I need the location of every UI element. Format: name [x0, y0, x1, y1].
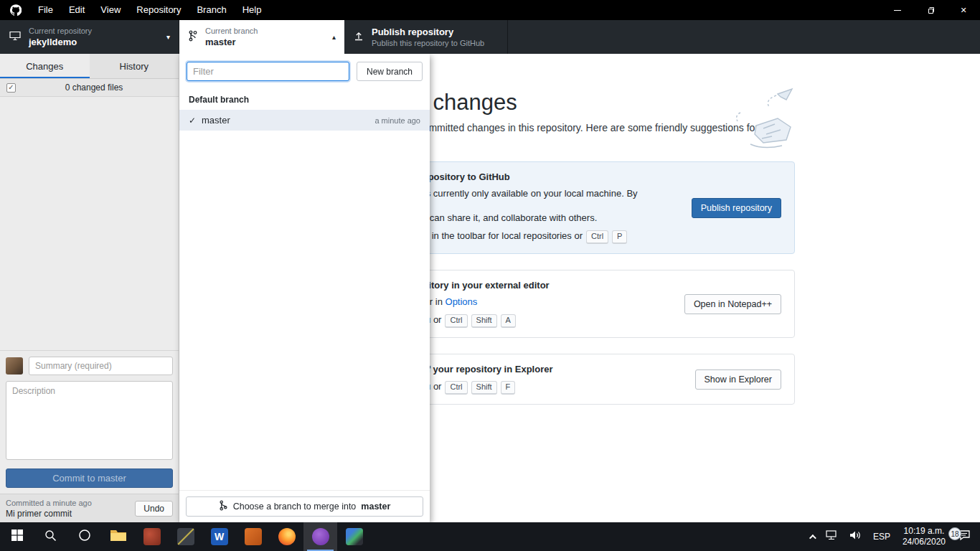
commit-description-textarea[interactable] — [6, 381, 173, 460]
menu-help[interactable]: Help — [235, 0, 270, 20]
tab-changes[interactable]: Changes — [0, 54, 90, 78]
check-icon: ✓ — [189, 116, 202, 126]
cortana-button[interactable] — [67, 522, 101, 551]
branch-name: master — [205, 37, 326, 47]
sidebar-tabs: Changes History — [0, 54, 179, 79]
taskbar-search-button[interactable] — [34, 522, 67, 551]
language-indicator[interactable]: ESP — [868, 522, 895, 551]
current-branch-button[interactable]: Current branch master ▴ — [179, 20, 344, 54]
repository-label: Current repository — [29, 27, 161, 35]
options-link[interactable]: Options — [446, 296, 478, 307]
system-tray: ESP 10:19 a.m. 24/06/2020 18 — [804, 522, 980, 551]
show-in-explorer-button[interactable]: Show in Explorer — [695, 369, 782, 390]
start-button[interactable] — [0, 522, 34, 551]
current-repository-button[interactable]: Current repository jekylldemo ▾ — [0, 20, 179, 54]
taskbar-app-3-button[interactable] — [236, 522, 270, 551]
tray-time: 10:19 a.m. — [903, 526, 946, 537]
branch-label: Current branch — [205, 27, 326, 35]
menu-view[interactable]: View — [93, 0, 128, 20]
repository-name: jekylldemo — [29, 37, 161, 47]
volume-tray-button[interactable] — [844, 522, 867, 551]
changes-list-empty-area — [0, 97, 179, 350]
github-logo-icon — [9, 3, 23, 17]
publish-repository-button[interactable]: Publish repository — [692, 198, 781, 218]
branch-icon — [188, 30, 198, 44]
chevron-down-icon: ▾ — [166, 33, 170, 41]
select-all-checkbox[interactable]: ✓ — [6, 83, 16, 93]
publish-title: Publish repository — [372, 27, 499, 37]
merge-button-text: Choose a branch to merge into — [233, 501, 357, 512]
network-icon — [826, 530, 838, 543]
commit-form: Commit to master — [0, 350, 179, 494]
notification-count-badge: 18 — [948, 527, 961, 540]
branch-popover: New branch Default branch ✓ master a min… — [179, 54, 430, 522]
new-branch-button[interactable]: New branch — [357, 62, 423, 81]
menu-branch[interactable]: Branch — [189, 0, 234, 20]
commit-message-text: Mi primer commit — [6, 509, 135, 519]
branch-list-item-master[interactable]: ✓ master a minute ago — [179, 110, 430, 131]
titlebar: File Edit View Repository Branch Help ✕ — [0, 0, 980, 20]
commit-summary-input[interactable] — [29, 357, 173, 375]
key-f: F — [501, 381, 516, 395]
no-changes-illustration — [729, 84, 798, 156]
changed-files-row: ✓ 0 changed files — [0, 79, 179, 97]
action-center-button[interactable]: 18 — [953, 522, 976, 551]
tray-date: 24/06/2020 — [903, 537, 946, 547]
chevron-up-icon — [809, 534, 816, 541]
commit-status-text: Committed a minute ago — [6, 499, 135, 507]
tab-history[interactable]: History — [90, 54, 179, 78]
taskbar-app-2-button[interactable] — [169, 522, 202, 551]
windows-start-icon — [11, 529, 23, 544]
volume-icon — [849, 530, 862, 543]
branch-filter-input[interactable] — [187, 62, 349, 81]
merge-branch-icon — [219, 500, 228, 513]
sidebar: Changes History ✓ 0 changed files Commit… — [0, 54, 179, 522]
monitor-icon — [9, 30, 22, 44]
open-in-editor-button[interactable]: Open in Notepad++ — [684, 294, 781, 314]
merge-target-branch: master — [361, 501, 390, 512]
key-shift: Shift — [471, 381, 497, 395]
taskbar-app-1-button[interactable] — [135, 522, 169, 551]
changed-files-count: 0 changed files — [16, 83, 172, 93]
publish-repository-toolbar-button[interactable]: Publish repository Publish this reposito… — [344, 20, 508, 54]
firefox-button[interactable] — [270, 522, 303, 551]
app-2-icon — [177, 528, 194, 545]
maximize-icon[interactable] — [914, 0, 947, 20]
network-tray-button[interactable] — [821, 522, 843, 551]
word-icon: W — [211, 528, 228, 545]
clock[interactable]: 10:19 a.m. 24/06/2020 — [897, 522, 951, 551]
menu-file[interactable]: File — [30, 0, 61, 20]
key-a: A — [501, 314, 516, 328]
publish-subtitle: Publish this repository to GitHub — [372, 39, 499, 47]
menu-repository[interactable]: Repository — [128, 0, 189, 20]
github-desktop-icon — [312, 528, 329, 545]
chevron-up-icon: ▴ — [332, 33, 336, 41]
merge-branch-button[interactable]: Choose a branch to merge into master — [186, 496, 423, 517]
last-commit-bar: Committed a minute ago Mi primer commit … — [0, 494, 179, 522]
cortana-icon — [78, 529, 91, 545]
undo-button[interactable]: Undo — [135, 501, 173, 517]
taskbar-app-4-button[interactable] — [337, 522, 371, 551]
key-shift: Shift — [471, 314, 497, 328]
firefox-icon — [278, 528, 296, 545]
avatar — [6, 357, 23, 375]
window-controls: ✕ — [881, 0, 980, 20]
github-desktop-button[interactable] — [303, 522, 337, 551]
app-4-icon — [346, 528, 363, 545]
branch-item-time: a minute ago — [374, 116, 420, 125]
word-button[interactable]: W — [202, 522, 236, 551]
hidden-icons-button[interactable] — [804, 522, 819, 551]
file-explorer-button[interactable] — [101, 522, 135, 551]
toolbar: Current repository jekylldemo ▾ Current … — [0, 20, 980, 54]
branch-list-empty-area — [179, 131, 430, 490]
file-explorer-icon — [110, 528, 127, 545]
branch-item-name: master — [202, 115, 230, 126]
app-3-icon — [245, 528, 262, 545]
commit-to-master-button[interactable]: Commit to master — [6, 468, 173, 488]
menu-edit[interactable]: Edit — [61, 0, 93, 20]
search-icon — [44, 529, 57, 545]
close-icon[interactable]: ✕ — [947, 0, 980, 20]
publish-icon — [353, 30, 364, 44]
key-ctrl: Ctrl — [445, 314, 467, 328]
minimize-icon[interactable] — [881, 0, 914, 20]
